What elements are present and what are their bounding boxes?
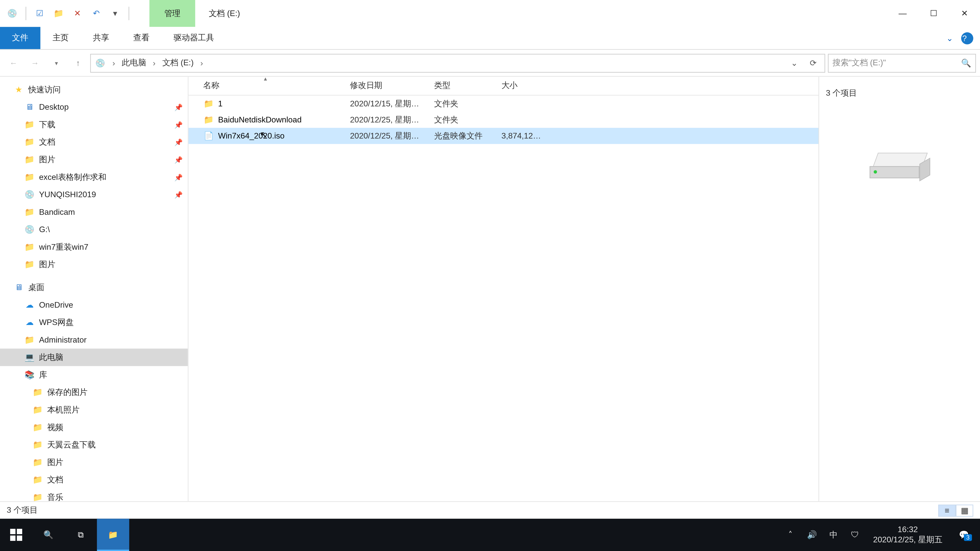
file-row[interactable]: 📁BaiduNetdiskDownload2020/12/25, 星期五 1..… [188, 112, 818, 128]
window-title: 文档 (E:) [195, 0, 254, 27]
star-icon: ★ [14, 84, 24, 95]
folder-icon: 📁 [203, 98, 214, 109]
ribbon-tab-file[interactable]: 文件 [0, 27, 40, 49]
ribbon-tab-share[interactable]: 共享 [81, 27, 121, 49]
qat-undo-icon[interactable]: ↶ [88, 5, 104, 21]
navigation-pane[interactable]: ★快速访问🖥Desktop📌📁下载📌📁文档📌📁图片📌📁excel表格制作求和📌💿… [0, 77, 188, 501]
folder-icon: 📁 [24, 334, 35, 345]
search-box[interactable]: 搜索"文档 (E:)" 🔍 [828, 54, 976, 73]
sidebar-desktop-root[interactable]: 🖥桌面 [0, 279, 188, 296]
qat-new-folder-icon[interactable]: 📁 [51, 5, 67, 21]
task-view-button[interactable]: ⧉ [65, 519, 97, 551]
folder-icon: 📁 [32, 492, 43, 501]
sidebar-item[interactable]: 📁Administrator [0, 331, 188, 349]
ribbon-tab-view[interactable]: 查看 [121, 27, 162, 49]
pin-icon: 📌 [174, 138, 183, 146]
tray-ime-indicator[interactable]: 中 [823, 519, 843, 551]
cloud-icon: ☁ [24, 317, 35, 327]
sidebar-quick-access[interactable]: ★快速访问 [0, 81, 188, 98]
title-bar: 💿 ☑ 📁 ✕ ↶ ▾ 管理 文档 (E:) ― ☐ ✕ [0, 0, 980, 27]
column-type[interactable]: 类型 [428, 77, 495, 95]
file-date: 2020/12/25, 星期五 1... [343, 130, 428, 141]
search-icon: 🔍 [961, 58, 971, 68]
nav-forward-button[interactable]: → [25, 54, 45, 73]
maximize-button[interactable]: ☐ [918, 0, 949, 27]
lib-icon: 📚 [24, 369, 35, 380]
iso-icon: 📄 [203, 130, 214, 141]
sidebar-item[interactable]: 📁下载📌 [0, 116, 188, 133]
ribbon-expand[interactable]: ⌄ [946, 27, 958, 49]
sidebar-item[interactable]: 📁天翼云盘下载 [0, 436, 188, 454]
tray-volume-icon[interactable]: 🔊 [802, 519, 822, 551]
sidebar-item[interactable]: 📚库 [0, 366, 188, 384]
sidebar-item[interactable]: 📁Bandicam [0, 203, 188, 221]
sort-asc-icon: ▴ [264, 75, 267, 82]
sidebar-item[interactable]: 📁本机照片 [0, 401, 188, 419]
tray-security-icon[interactable]: 🛡 [845, 519, 865, 551]
sidebar-item[interactable]: 📁文档📌 [0, 133, 188, 151]
address-history-dropdown[interactable]: ⌄ [787, 58, 802, 68]
folder-icon: 📁 [32, 439, 43, 450]
view-icons-button[interactable]: ▦ [956, 504, 974, 516]
ribbon-tab-home[interactable]: 主页 [40, 27, 81, 49]
refresh-button[interactable]: ⟳ [806, 58, 821, 68]
sidebar-item[interactable]: 📁图片 [0, 256, 188, 273]
column-name[interactable]: ▴名称 [188, 77, 343, 95]
column-date[interactable]: 修改日期 [343, 77, 428, 95]
pin-icon: 📌 [174, 156, 183, 163]
taskbar: 🔍 ⧉ 📁 ˄ 🔊 中 🛡 16:32 2020/12/25, 星期五 💬3 [0, 519, 980, 551]
sidebar-item[interactable]: 💻此电脑 [0, 348, 188, 366]
sidebar-item[interactable]: 🖥Desktop📌 [0, 98, 188, 116]
ribbon-tab-drive-tools[interactable]: 驱动器工具 [162, 27, 226, 49]
tray-clock[interactable]: 16:32 2020/12/25, 星期五 [866, 524, 949, 545]
folder-icon: 📁 [24, 206, 35, 218]
sidebar-item[interactable]: 📁文档 [0, 471, 188, 489]
sidebar-item[interactable]: ☁WPS网盘 [0, 313, 188, 331]
tray-overflow-button[interactable]: ˄ [780, 519, 800, 551]
ribbon-context-tab[interactable]: 管理 [149, 0, 195, 27]
file-row[interactable]: 📄Win7x64_2020.iso2020/12/25, 星期五 1...光盘映… [188, 128, 818, 144]
drive-icon-large [869, 153, 930, 184]
breadcrumb-root[interactable]: 此电脑 [122, 57, 146, 68]
folder-icon: 📁 [24, 137, 35, 147]
taskbar-search-button[interactable]: 🔍 [32, 519, 65, 551]
sidebar-item[interactable]: 📁excel表格制作求和📌 [0, 168, 188, 186]
file-list[interactable]: ▴名称 修改日期 类型 大小 📁12020/12/15, 星期二 1...文件夹… [188, 77, 818, 501]
nav-up-button[interactable]: ↑ [68, 54, 88, 73]
view-details-button[interactable]: ≡ [938, 504, 956, 516]
sidebar-item[interactable]: ☁OneDrive [0, 296, 188, 313]
status-item-count: 3 个项目 [6, 505, 38, 516]
svg-rect-1 [17, 529, 22, 534]
file-type: 文件夹 [428, 98, 495, 110]
column-headers: ▴名称 修改日期 类型 大小 [188, 77, 818, 96]
file-date: 2020/12/15, 星期二 1... [343, 98, 428, 110]
help-button[interactable]: ? [961, 32, 973, 44]
sidebar-item[interactable]: 📁保存的图片 [0, 383, 188, 401]
sidebar-item[interactable]: 💿G:\ [0, 221, 188, 238]
sidebar-item[interactable]: 📁图片📌 [0, 151, 188, 168]
taskbar-explorer-button[interactable]: 📁 [97, 519, 129, 551]
sidebar-item[interactable]: 📁图片 [0, 454, 188, 471]
breadcrumb-location[interactable]: 文档 (E:) [162, 57, 194, 68]
qat-properties-icon[interactable]: ☑ [32, 5, 48, 21]
column-size[interactable]: 大小 [495, 77, 549, 95]
folder-icon: 📁 [32, 387, 43, 397]
address-bar[interactable]: 💿 此电脑 文档 (E:) ⌄ ⟳ [90, 54, 825, 73]
sidebar-item[interactable]: 📁音乐 [0, 489, 188, 501]
sidebar-item[interactable]: 📁win7重装win7 [0, 238, 188, 256]
folder-icon: 📁 [32, 474, 43, 485]
nav-back-button[interactable]: ← [4, 54, 23, 73]
sidebar-item[interactable]: 📁视频 [0, 418, 188, 436]
folder-icon: 📁 [24, 119, 35, 130]
action-center-button[interactable]: 💬3 [950, 530, 977, 540]
sidebar-item[interactable]: 💿YUNQISHI2019📌 [0, 186, 188, 203]
start-button[interactable] [0, 519, 32, 551]
file-row[interactable]: 📁12020/12/15, 星期二 1...文件夹 [188, 96, 818, 112]
close-button[interactable]: ✕ [949, 0, 980, 27]
app-icon: 💿 [4, 5, 20, 21]
qat-customize-icon[interactable]: ▾ [107, 5, 123, 21]
qat-delete-icon[interactable]: ✕ [69, 5, 86, 21]
minimize-button[interactable]: ― [887, 0, 918, 27]
drive-icon: 💿 [24, 189, 35, 200]
nav-recent-dropdown[interactable]: ▾ [47, 54, 66, 73]
